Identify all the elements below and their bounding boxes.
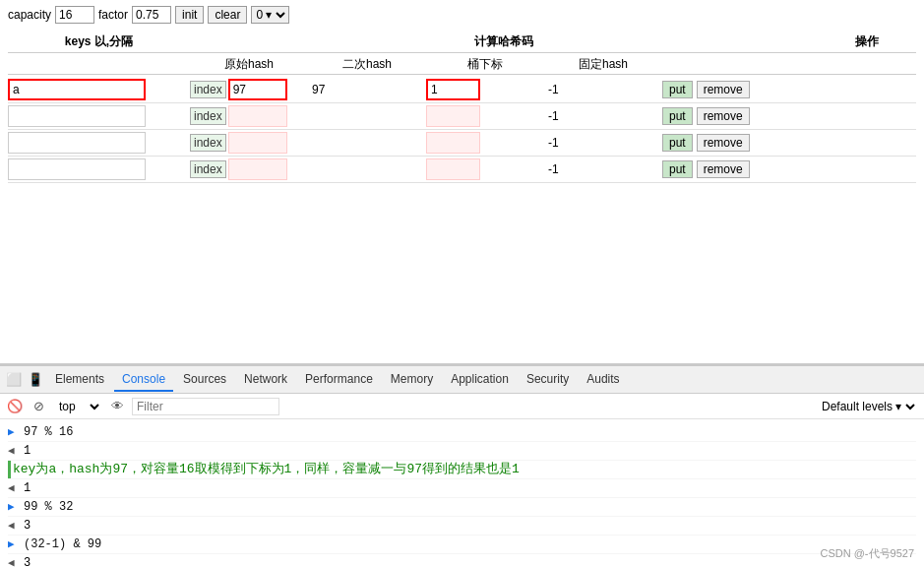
arrow-icon-3: ◀ — [8, 479, 20, 497]
console-line-2: ◀ 1 — [8, 442, 916, 461]
index-label-3: index — [190, 134, 226, 152]
console-text-green: key为a，hash为97，对容量16取模得到下标为1，同样，容量减一与97得到… — [13, 461, 520, 478]
index-label-4: index — [190, 160, 226, 178]
select-control[interactable]: 0 ▾ — [251, 6, 289, 24]
console-line-5: ◀ 3 — [8, 517, 916, 536]
console-line-1: ▶ 97 % 16 — [8, 423, 916, 442]
cell-ops-4: put remove — [662, 160, 916, 178]
cell-fixed-1: -1 — [544, 83, 662, 96]
orig-hash-input-3[interactable] — [228, 132, 287, 154]
key-input-4[interactable] — [8, 158, 146, 180]
tab-memory[interactable]: Memory — [383, 368, 441, 392]
remove-button-3[interactable]: remove — [697, 134, 750, 152]
filter-icon[interactable]: ⊘ — [30, 399, 47, 413]
cell-orig-2: index — [190, 105, 308, 127]
cell-key-4 — [8, 158, 190, 180]
console-text-6: (32-1) & 99 — [24, 536, 101, 553]
filter-input[interactable] — [132, 398, 279, 415]
console-line-4: ▶ 99 % 32 — [8, 498, 916, 517]
cell-idx-4 — [426, 158, 544, 180]
tab-security[interactable]: Security — [519, 368, 577, 392]
tab-performance[interactable]: Performance — [297, 368, 381, 392]
orig-hash-input-2[interactable] — [228, 105, 287, 127]
capacity-input[interactable] — [55, 6, 94, 24]
cell-ops-3: put remove — [662, 134, 916, 152]
remove-button-1[interactable]: remove — [697, 81, 750, 98]
cell-ops-2: put remove — [662, 107, 916, 125]
orig-hash-input-4[interactable] — [228, 158, 287, 180]
cell-idx-3 — [426, 132, 544, 154]
tab-audits[interactable]: Audits — [579, 368, 627, 392]
table-row: index -1 put remove — [8, 157, 916, 183]
idx-input-3[interactable] — [426, 132, 480, 154]
table-row: index -1 put remove — [8, 130, 916, 157]
watermark: CSDN @-代号9527 — [820, 546, 914, 561]
remove-button-2[interactable]: remove — [697, 107, 750, 125]
put-button-2[interactable]: put — [662, 107, 693, 125]
cell-fixed-2: -1 — [544, 109, 662, 123]
console-line-3: ◀ 1 — [8, 479, 916, 498]
console-text-1: 97 % 16 — [24, 423, 73, 441]
console-line-7: ◀ 3 — [8, 554, 916, 567]
header-ops: 操作 — [818, 32, 916, 52]
arrow-icon-7: ◀ — [8, 554, 20, 567]
console-line-6: ▶ (32-1) & 99 — [8, 536, 916, 554]
cell-second-1: 97 — [308, 83, 426, 96]
idx-input-1[interactable] — [426, 79, 480, 100]
header-calchash: 计算哈希码 — [190, 32, 818, 52]
subheader-orig: 原始hash — [190, 55, 308, 74]
capacity-label: capacity — [8, 8, 51, 22]
console-text-5: 3 — [24, 517, 31, 535]
tab-console[interactable]: Console — [114, 368, 173, 392]
console-line-green: key为a，hash为97，对容量16取模得到下标为1，同样，容量减一与97得到… — [8, 461, 916, 479]
arrow-icon-5: ◀ — [8, 517, 20, 535]
key-input-2[interactable] — [8, 105, 146, 127]
console-text-2: 1 — [24, 442, 31, 460]
eye-icon[interactable]: 👁 — [108, 399, 126, 413]
put-button-4[interactable]: put — [662, 160, 693, 178]
index-label-2: index — [190, 107, 226, 125]
console-toolbar: 🚫 ⊘ top 👁 Default levels ▾ — [0, 394, 924, 419]
tab-elements[interactable]: Elements — [47, 368, 112, 392]
tab-network[interactable]: Network — [236, 368, 295, 392]
key-input-3[interactable] — [8, 132, 146, 154]
orig-hash-input-1[interactable] — [228, 79, 287, 100]
init-button[interactable]: init — [175, 6, 204, 24]
inspect-icon[interactable]: ⬜ — [4, 370, 24, 390]
put-button-3[interactable]: put — [662, 134, 693, 152]
factor-input[interactable] — [132, 6, 171, 24]
toolbar: capacity factor init clear 0 ▾ — [8, 6, 916, 24]
console-output: ▶ 97 % 16 ◀ 1 key为a，hash为97，对容量16取模得到下标为… — [0, 419, 924, 567]
tab-application[interactable]: Application — [443, 368, 517, 392]
table-main-header: keys 以,分隔 计算哈希码 操作 — [8, 32, 916, 53]
context-select[interactable]: top — [53, 398, 102, 415]
subheader-second: 二次hash — [308, 55, 426, 74]
arrow-icon-4: ▶ — [8, 498, 20, 516]
cell-ops-1: put remove — [662, 81, 916, 98]
main-area: capacity factor init clear 0 ▾ keys 以,分隔… — [0, 0, 924, 364]
remove-button-4[interactable]: remove — [697, 160, 750, 178]
devtools-tabs: ⬜ 📱 Elements Console Sources Network Per… — [0, 366, 924, 394]
levels-select[interactable]: Default levels ▾ — [818, 399, 918, 414]
table-row: index -1 put remove — [8, 103, 916, 130]
cell-key-1 — [8, 79, 190, 100]
idx-input-2[interactable] — [426, 105, 480, 127]
cell-fixed-4: -1 — [544, 162, 662, 176]
cell-fixed-3: -1 — [544, 136, 662, 150]
tab-sources[interactable]: Sources — [175, 368, 234, 392]
device-icon[interactable]: 📱 — [26, 370, 45, 390]
key-input-1[interactable] — [8, 79, 146, 100]
subheader-fixed: 固定hash — [544, 55, 662, 74]
green-bar — [8, 461, 11, 478]
clear-console-icon[interactable]: 🚫 — [6, 399, 24, 413]
cell-orig-3: index — [190, 132, 308, 154]
cell-orig-1: index — [190, 79, 308, 100]
put-button-1[interactable]: put — [662, 81, 693, 98]
factor-label: factor — [98, 8, 128, 22]
console-text-4: 99 % 32 — [24, 498, 73, 516]
table-sub-header: 原始hash 二次hash 桶下标 固定hash — [8, 55, 916, 75]
arrow-icon-1: ▶ — [8, 423, 20, 441]
arrow-icon-2: ◀ — [8, 442, 20, 460]
idx-input-4[interactable] — [426, 158, 480, 180]
clear-button[interactable]: clear — [208, 6, 247, 24]
